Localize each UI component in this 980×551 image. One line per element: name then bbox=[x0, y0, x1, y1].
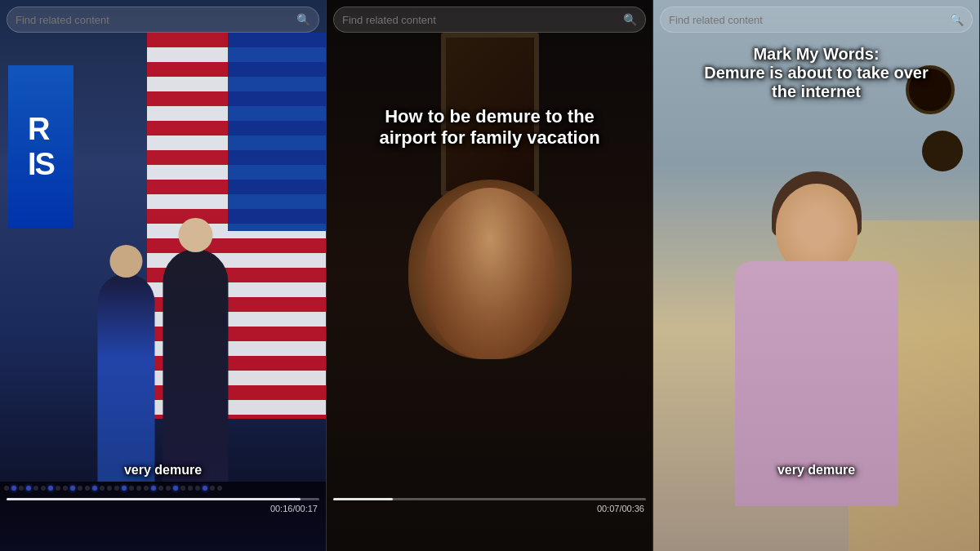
flag-stars bbox=[228, 33, 326, 231]
figure-man bbox=[163, 249, 229, 486]
video-panel-2: 🔍 How to be demure to the airport for fa… bbox=[327, 0, 653, 551]
wall-decor-vinyl-1 bbox=[906, 65, 955, 114]
crowd-dots bbox=[0, 482, 326, 495]
search-icon-3: 🔍 bbox=[950, 13, 964, 27]
person-head bbox=[776, 184, 858, 273]
crowd-area bbox=[0, 482, 326, 551]
progress-fill-2 bbox=[333, 498, 393, 500]
search-input-1[interactable] bbox=[16, 14, 292, 26]
progress-bar-1[interactable] bbox=[7, 498, 319, 500]
sign-text: RIS bbox=[28, 112, 54, 182]
search-bar-1[interactable]: 🔍 bbox=[7, 7, 319, 33]
stage-figures bbox=[16, 249, 310, 486]
search-icon-1: 🔍 bbox=[296, 13, 310, 27]
person-3 bbox=[715, 184, 919, 551]
search-input-2[interactable] bbox=[342, 14, 618, 26]
video-panel-3: 🔍 Mark My Words: Demure is about to take… bbox=[653, 0, 980, 551]
time-display-2: 00:07/00:36 bbox=[597, 504, 644, 513]
search-input-3[interactable] bbox=[669, 14, 945, 26]
search-icon-2: 🔍 bbox=[623, 13, 637, 27]
figure-woman bbox=[98, 273, 155, 486]
search-bar-2[interactable]: 🔍 bbox=[333, 7, 646, 33]
video-panel-1: RIS bbox=[0, 0, 327, 551]
progress-fill-1 bbox=[7, 498, 301, 500]
search-bar-3[interactable]: 🔍 bbox=[660, 7, 973, 33]
harris-sign: RIS bbox=[8, 65, 74, 229]
person-face bbox=[408, 180, 572, 359]
wall-decor-vinyl-2 bbox=[922, 131, 963, 171]
door-frame bbox=[441, 33, 539, 196]
time-display-1: 00:16/00:17 bbox=[270, 504, 318, 513]
person-body bbox=[735, 261, 898, 506]
progress-bar-2[interactable] bbox=[333, 498, 646, 500]
